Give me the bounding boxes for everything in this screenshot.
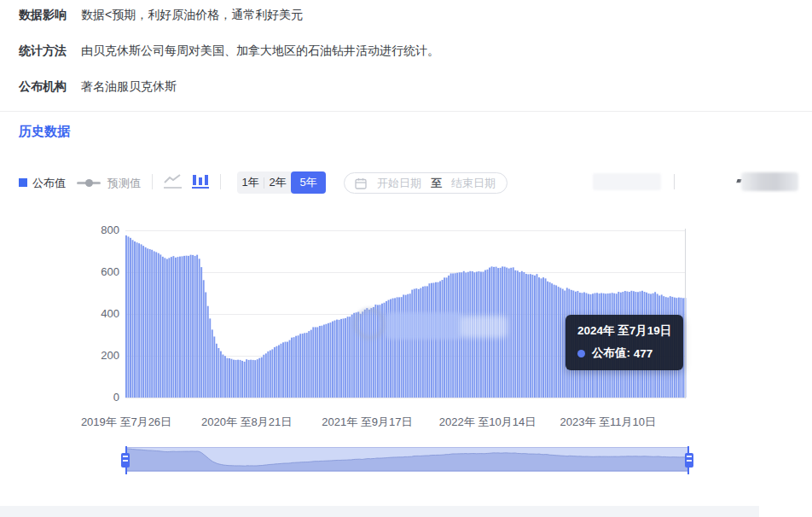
datazoom-brush[interactable]	[125, 447, 689, 472]
datazoom-left-handle[interactable]	[121, 453, 130, 468]
y-axis-label: 800	[85, 224, 119, 236]
legend-forecast[interactable]: 预测值	[107, 176, 141, 191]
tooltip-title: 2024年 至7月19日	[577, 323, 671, 339]
watermark-blur-left	[593, 173, 661, 190]
controls-divider-2	[220, 174, 221, 189]
x-axis-label: 2021年 至9月17日	[322, 415, 412, 430]
info-value-impact: 数据<预期，利好原油价格，通常利好美元	[81, 8, 303, 23]
end-date-input[interactable]: 结束日期	[451, 176, 496, 191]
info-label-agency: 公布机构	[19, 79, 67, 95]
forecast-legend-icon	[77, 182, 101, 184]
date-range-picker[interactable]: 开始日期 至 结束日期	[344, 172, 508, 194]
info-label-impact: 数据影响	[19, 8, 67, 23]
calendar-icon	[355, 177, 367, 189]
range-button-1y[interactable]: 1年	[237, 175, 264, 190]
datazoom-silhouette	[126, 448, 688, 471]
tooltip-series-dot	[577, 350, 585, 357]
x-axis-label: 2020年 至8月21日	[201, 415, 292, 430]
tooltip-series-label: 公布值:	[592, 346, 630, 361]
x-axis-label: 2023年 至11月10日	[560, 415, 656, 430]
info-value-agency: 著名油服贝克休斯	[81, 79, 177, 95]
range-button-5y[interactable]: 5年	[291, 171, 326, 194]
y-axis-label: 0	[85, 391, 119, 404]
watermark-blur-right	[741, 172, 798, 191]
watermark-divider	[674, 174, 675, 189]
y-axis-label: 400	[85, 307, 119, 320]
x-axis-label: 2022年 至10月14日	[439, 415, 536, 430]
info-value-method: 由贝克休斯公司每周对美国、加拿大地区的石油钻井活动进行统计。	[81, 44, 439, 59]
page: 数据影响 数据<预期，利好原油价格，通常利好美元 统计方法 由贝克休斯公司每周对…	[0, 0, 812, 517]
date-separator: 至	[431, 176, 442, 191]
legend-published[interactable]: 公布值	[32, 176, 66, 191]
y-axis-label: 600	[85, 265, 119, 278]
y-axis-label: 200	[85, 349, 119, 362]
range-button-2y[interactable]: 2年	[264, 175, 291, 190]
datazoom-right-handle[interactable]	[685, 453, 693, 468]
bar-chart-icon[interactable]	[191, 173, 212, 190]
controls-divider-1	[152, 174, 153, 189]
tooltip-value: 477	[634, 347, 653, 360]
page-bottom-edge	[0, 506, 759, 517]
chart-watermark-logo	[354, 308, 386, 340]
range-button-group: 1年 2年 5年	[237, 171, 326, 194]
line-chart-icon[interactable]	[163, 173, 183, 190]
x-axis-label: 2019年 至7月26日	[81, 415, 171, 430]
section-title: 历史数据	[19, 124, 70, 140]
chart-watermark-text	[386, 312, 464, 340]
published-legend-swatch	[19, 178, 27, 187]
info-label-method: 统计方法	[19, 44, 67, 59]
chart-tooltip: 2024年 至7月19日 公布值: 477	[566, 315, 683, 370]
axis-pointer-line	[685, 229, 686, 398]
section-divider	[0, 111, 812, 112]
chart-watermark-text-2	[461, 316, 508, 338]
start-date-input[interactable]: 开始日期	[377, 176, 421, 191]
